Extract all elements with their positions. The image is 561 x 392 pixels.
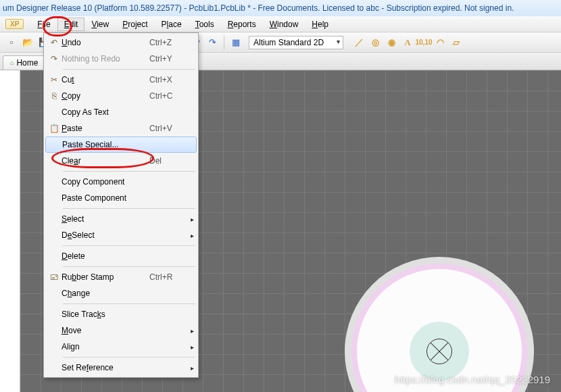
dxp-chip[interactable]: XP (5, 19, 24, 29)
menu-separator (63, 245, 195, 246)
redo-icon[interactable]: ↷ (205, 35, 220, 50)
pad-tool-icon[interactable]: ◎ (368, 35, 383, 50)
shortcut: Del (149, 156, 186, 166)
menuitem-copy[interactable]: ⎘ Copy Ctrl+C (44, 88, 198, 104)
menuitem-clear[interactable]: Clear Del (44, 153, 198, 169)
menu-place[interactable]: Place (155, 18, 189, 31)
menuitem-copy-component[interactable]: Copy Component (44, 174, 198, 190)
menu-tools[interactable]: Tools (189, 18, 221, 31)
menuitem-copy-as-text[interactable]: Copy As Text (44, 104, 198, 120)
copy-icon: ⎘ (47, 91, 62, 101)
menuitem-cut[interactable]: ✂ Cut Ctrl+X (44, 72, 198, 88)
menuitem-set-reference[interactable]: Set Reference ▸ (44, 360, 198, 376)
dimension-tool-icon[interactable]: 10,10 (416, 35, 431, 50)
watermark: https://blog.csdn.net/qq_20222919 (395, 374, 550, 385)
region-tool-icon[interactable]: ▱ (449, 35, 464, 50)
tab-home[interactable]: ⌂ Home (3, 55, 45, 70)
new-icon[interactable]: ▫ (4, 35, 19, 50)
menuitem-paste-component[interactable]: Paste Component (44, 190, 198, 206)
menuitem-align[interactable]: Align ▸ (44, 339, 198, 355)
menu-separator (63, 357, 195, 358)
menuitem-undo[interactable]: ↶ Undo Ctrl+Z (44, 34, 198, 51)
menuitem-rubber-stamp[interactable]: 🖃 Rubber Stamp Ctrl+R (44, 269, 198, 285)
undo-icon: ↶ (47, 38, 62, 47)
toolbar-separator (224, 36, 224, 49)
shortcut: Ctrl+Z (149, 38, 186, 47)
shortcut: Ctrl+Y (149, 54, 186, 64)
string-tool-icon[interactable]: A (400, 35, 415, 50)
rubber-stamp-icon: 🖃 (47, 272, 62, 282)
menu-separator (63, 303, 195, 304)
menuitem-paste[interactable]: 📋 Paste Ctrl+V (44, 120, 198, 137)
menu-edit[interactable]: Edit (57, 18, 85, 31)
shortcut: Ctrl+C (149, 91, 186, 101)
menu-view[interactable]: View (84, 18, 116, 31)
via-tool-icon[interactable]: ◉ (384, 35, 399, 50)
menu-project[interactable]: Project (116, 18, 154, 31)
submenu-arrow-icon: ▸ (186, 232, 194, 239)
pcb-pad-component[interactable] (345, 257, 534, 392)
menuitem-redo: ↷ Nothing to Redo Ctrl+Y (44, 51, 198, 67)
grid-icon[interactable]: ▦ (228, 35, 243, 50)
menu-help[interactable]: Help (305, 18, 335, 31)
submenu-arrow-icon: ▸ (186, 327, 194, 335)
menu-reports[interactable]: Reports (221, 18, 263, 31)
tab-label: Home (16, 58, 38, 68)
submenu-arrow-icon: ▸ (186, 343, 194, 351)
paste-icon: 📋 (47, 124, 62, 133)
home-icon: ⌂ (10, 59, 14, 66)
shortcut: Ctrl+V (149, 124, 186, 133)
line-tool-icon[interactable]: ／ (351, 35, 366, 50)
menuitem-slice-tracks[interactable]: Slice Tracks (44, 306, 198, 322)
menu-separator (63, 171, 195, 172)
pad-origin-icon (426, 339, 452, 364)
menuitem-deselect[interactable]: DeSelect ▸ (44, 227, 198, 243)
edit-menu-dropdown: ↶ Undo Ctrl+Z ↷ Nothing to Redo Ctrl+Y ✂… (43, 32, 199, 378)
shortcut: Ctrl+X (149, 75, 186, 84)
menuitem-select[interactable]: Select ▸ (44, 211, 198, 227)
submenu-arrow-icon: ▸ (186, 216, 194, 223)
redo-icon: ↷ (47, 54, 62, 64)
window-title: um Designer Release 10 (Platform 10.589.… (3, 3, 514, 13)
submenu-arrow-icon: ▸ (186, 364, 194, 372)
menu-separator (63, 69, 195, 70)
menu-window[interactable]: Window (263, 18, 306, 31)
window-titlebar: um Designer Release 10 (Platform 10.589.… (0, 0, 561, 16)
menuitem-move[interactable]: Move ▸ (44, 322, 198, 339)
menu-separator (63, 208, 195, 209)
menu-separator (63, 266, 195, 267)
menuitem-paste-special[interactable]: Paste Special... (45, 137, 197, 153)
arc-tool-icon[interactable]: ◠ (433, 35, 447, 50)
cut-icon: ✂ (47, 75, 62, 84)
canvas-margin (0, 70, 20, 392)
menuitem-change[interactable]: Change (44, 285, 198, 301)
view-config-combo[interactable]: Altium Standard 2D (249, 36, 343, 49)
menuitem-delete[interactable]: Delete (44, 248, 198, 264)
menubar: XP File Edit View Project Place Tools Re… (0, 16, 561, 32)
menu-file[interactable]: File (30, 18, 57, 31)
shortcut: Ctrl+R (149, 272, 186, 282)
view-config-label: Altium Standard 2D (253, 38, 324, 47)
open-icon[interactable]: 📂 (20, 35, 35, 50)
